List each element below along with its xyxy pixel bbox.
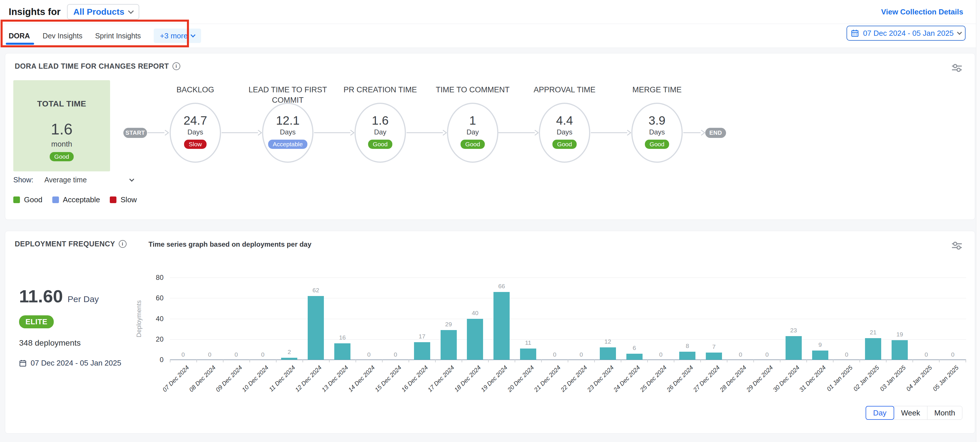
- view-collection-details-link[interactable]: View Collection Details: [881, 8, 963, 16]
- bar-value-label: 0: [367, 351, 371, 358]
- deployment-frequency-panel: DEPLOYMENT FREQUENCY i Time series graph…: [5, 231, 975, 434]
- stage-unit: Day: [448, 128, 497, 136]
- deployment-frequency-title: DEPLOYMENT FREQUENCY i: [15, 240, 127, 248]
- day-toggle-button[interactable]: Day: [865, 406, 894, 420]
- stage-name: PR CREATION TIME: [337, 84, 423, 95]
- deployment-bar[interactable]: [626, 354, 643, 360]
- stage-status-badge: Good: [552, 139, 576, 149]
- x-tick-label: 13 Dec 2024: [320, 364, 350, 393]
- info-icon[interactable]: i: [172, 62, 180, 70]
- info-icon[interactable]: i: [119, 240, 127, 248]
- week-toggle-button[interactable]: Week: [894, 406, 928, 420]
- stage-unit: Days: [263, 128, 312, 136]
- stage-node: 4.4DaysGood: [539, 103, 590, 163]
- bar-value-label: 21: [870, 329, 877, 336]
- x-tick-label: 29 Dec 2024: [745, 364, 774, 393]
- total-time-card: TOTAL TIME 1.6 month Good: [13, 80, 110, 171]
- page-title: Insights for: [9, 6, 60, 17]
- more-tabs-dropdown[interactable]: +3 more: [154, 29, 201, 43]
- bar-value-label: 29: [445, 321, 452, 328]
- x-tick-label: 19 Dec 2024: [480, 364, 509, 393]
- month-toggle-button[interactable]: Month: [927, 406, 963, 420]
- chart-slot: 014 Dec 2024: [356, 277, 382, 360]
- legend-label: Slow: [121, 195, 137, 204]
- chart-settings-icon[interactable]: [951, 63, 963, 73]
- stage-node: 3.9DaysGood: [631, 103, 683, 163]
- chart-slot: 1223 Dec 2024: [595, 277, 621, 360]
- tab-dev-insights[interactable]: Dev Insights: [43, 24, 83, 48]
- bar-value-label: 9: [818, 341, 822, 348]
- x-axis-ticks: [170, 360, 966, 362]
- deployment-bar[interactable]: [281, 358, 297, 360]
- legend-item-acceptable: Acceptable: [52, 195, 100, 204]
- chart-title: Time series graph based on deployments p…: [148, 240, 312, 249]
- bar-value-label: 0: [924, 351, 928, 358]
- x-tick-label: 10 Dec 2024: [241, 364, 270, 393]
- stage-name: APPROVAL TIME: [521, 84, 608, 95]
- more-tabs-label: +3 more: [160, 32, 188, 40]
- x-tick-label: 24 Dec 2024: [612, 364, 641, 393]
- deployment-bar[interactable]: [308, 296, 324, 360]
- x-tick-label: 30 Dec 2024: [772, 364, 800, 393]
- deployment-bar[interactable]: [414, 342, 430, 360]
- stage-value: 24.7: [171, 114, 220, 128]
- deployments-total: 348 deployments: [19, 338, 81, 348]
- deployment-bar[interactable]: [892, 340, 908, 360]
- bar-value-label: 8: [686, 342, 689, 349]
- deployment-bar[interactable]: [520, 349, 536, 360]
- deployment-bar[interactable]: [786, 336, 802, 360]
- chart-slot: 029 Dec 2024: [754, 277, 780, 360]
- bar-value-label: 11: [525, 339, 531, 346]
- page-scrollbar[interactable]: [976, 0, 980, 442]
- bar-value-label: 23: [790, 327, 797, 334]
- chart-settings-icon[interactable]: [951, 241, 963, 250]
- flow-start-pill: START: [123, 128, 147, 138]
- product-selector-dropdown[interactable]: All Products: [67, 4, 140, 20]
- stage-node: 24.7DaysSlow: [170, 103, 221, 163]
- chart-slot: 004 Jan 2025: [913, 277, 940, 360]
- show-dropdown[interactable]: Show: Average time: [13, 176, 134, 184]
- bar-value-label: 0: [845, 351, 848, 358]
- elite-badge: ELITE: [19, 315, 54, 328]
- chart-slot: 1716 Dec 2024: [409, 277, 435, 360]
- deployment-bar[interactable]: [467, 319, 483, 360]
- date-range-picker[interactable]: 07 Dec 2024 - 05 Jan 2025: [846, 26, 966, 41]
- deployment-bar[interactable]: [600, 347, 616, 360]
- y-tick-label: 80: [143, 274, 164, 282]
- stage-status-badge: Good: [645, 139, 669, 149]
- x-tick-label: 27 Dec 2024: [692, 364, 721, 393]
- stage-name: LEAD TIME TO FIRST COMMIT: [244, 84, 331, 105]
- chart-slot: 1903 Jan 2025: [886, 277, 913, 360]
- bar-value-label: 12: [605, 338, 611, 345]
- deployment-bar[interactable]: [441, 330, 457, 360]
- legend-item-good: Good: [13, 195, 43, 204]
- deployment-bar[interactable]: [334, 343, 350, 360]
- stage-node: 1.6DayGood: [355, 103, 406, 163]
- chart-slot: 4018 Dec 2024: [462, 277, 488, 360]
- bar-value-label: 17: [418, 333, 425, 340]
- deployment-bar[interactable]: [812, 350, 828, 360]
- chart-slot: 005 Jan 2025: [940, 277, 966, 360]
- x-tick-label: 20 Dec 2024: [506, 364, 535, 393]
- chart-slot: 010 Dec 2024: [250, 277, 276, 360]
- stage-status-badge: Good: [368, 139, 392, 149]
- granularity-toggle: DayWeekMonth: [865, 406, 963, 420]
- x-tick-label: 18 Dec 2024: [453, 364, 482, 393]
- calendar-icon: [851, 29, 859, 37]
- chart-bars: 007 Dec 2024008 Dec 2024009 Dec 2024010 …: [170, 277, 966, 360]
- x-tick-label: 05 Jan 2025: [931, 364, 960, 393]
- tab-dora[interactable]: DORA: [9, 24, 30, 48]
- chevron-down-icon: [957, 30, 962, 35]
- chart-slot: 008 Dec 2024: [196, 277, 223, 360]
- deployment-bar[interactable]: [706, 353, 722, 360]
- chart-slot: 2330 Dec 2024: [780, 277, 807, 360]
- deployment-bar[interactable]: [865, 338, 881, 360]
- stage-value: 1.6: [356, 114, 405, 128]
- tab-sprint-insights[interactable]: Sprint Insights: [95, 24, 141, 48]
- stage-node: 1DayGood: [447, 103, 498, 163]
- deployment-bar[interactable]: [679, 352, 695, 360]
- tab-list: DORADev InsightsSprint Insights+3 more: [9, 24, 201, 48]
- deployment-bar[interactable]: [493, 292, 510, 360]
- x-tick-label: 09 Dec 2024: [214, 364, 243, 393]
- x-tick-label: 26 Dec 2024: [665, 364, 695, 393]
